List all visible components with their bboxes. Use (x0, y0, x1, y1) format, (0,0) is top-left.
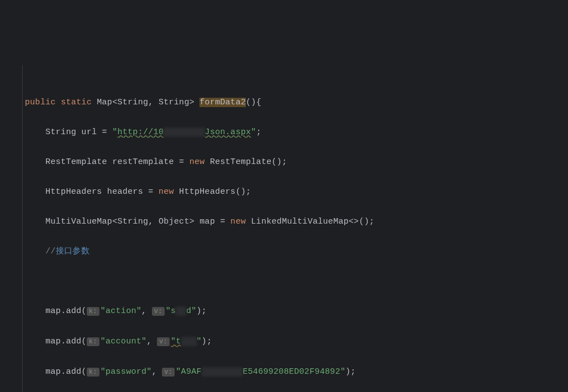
code-line: map.add(k:"account", v:"tXXX"); (25, 334, 568, 349)
string-literal: " (251, 128, 256, 137)
param-hint-k: k: (87, 337, 99, 346)
string-literal: "password" (101, 367, 152, 377)
keyword-new: new (230, 217, 246, 226)
constructor: LinkedMultiValueMap<>() (246, 217, 369, 226)
variable: restTemplate (112, 157, 174, 167)
method-call: .add( (61, 367, 87, 377)
code-line: RestTemplate restTemplate = new RestTemp… (25, 155, 568, 169)
semicolon: ; (369, 217, 374, 226)
param-hint-v: v: (157, 337, 170, 346)
code-editor-area[interactable]: public static Map<String, String> formDa… (11, 65, 568, 392)
type: Object (159, 217, 190, 226)
variable: map (45, 337, 61, 346)
type: String (159, 98, 190, 107)
string-literal: "A9AF (176, 367, 202, 377)
type: HttpHeaders (45, 187, 102, 197)
redacted-text: XXX (181, 337, 197, 346)
redacted-text: XXXXXXXX (202, 367, 243, 377)
method-call: .add( (61, 306, 87, 316)
type: String (117, 217, 148, 226)
semicolon: ; (246, 187, 251, 197)
variable: url (81, 128, 97, 137)
parens: (){ (246, 98, 261, 107)
variable: map (199, 217, 215, 226)
constructor: HttpHeaders() (174, 187, 246, 197)
code-line: //接口参数 (25, 244, 568, 259)
variable: headers (107, 187, 143, 197)
string-literal: "action" (101, 306, 141, 316)
url-string: Json.aspx (205, 128, 251, 137)
type: String (117, 98, 148, 107)
code-line: public static Map<String, String> formDa… (25, 95, 568, 110)
keyword-new: new (190, 157, 205, 167)
param-hint-v: v: (162, 368, 175, 377)
method-name-highlighted: formData2 (199, 98, 246, 107)
string-literal: d" (186, 306, 197, 316)
string-literal: "account" (101, 337, 147, 346)
semicolon: ; (256, 128, 261, 137)
constructor: RestTemplate() (205, 157, 282, 167)
code-line: map.add(k:"password", v:"A9AFXXXXXXXXE54… (25, 364, 568, 380)
semicolon: ; (351, 367, 356, 377)
comment-marker: // (45, 247, 56, 256)
semicolon: ; (202, 306, 207, 316)
code-line: MultiValueMap<String, Object> map = new … (25, 214, 568, 229)
comment-text: 接口参数 (56, 247, 90, 256)
method-call: .add( (61, 337, 87, 346)
string-literal: E54699208ED02F94892" (243, 367, 345, 377)
variable: map (45, 367, 61, 377)
string-literal: "t (171, 337, 181, 346)
string-literal: " (197, 337, 202, 346)
variable: map (45, 306, 61, 316)
code-line: String url = "http://10XXXXXXXXJson.aspx… (25, 125, 568, 140)
code-line: map.add(k:"action", v:"sXXd"); (25, 304, 568, 319)
type: Map (97, 98, 112, 107)
semicolon: ; (207, 337, 212, 346)
keyword-public: public (25, 98, 56, 107)
keyword-new: new (159, 187, 174, 197)
code-line: HttpHeaders headers = new HttpHeaders(); (25, 184, 568, 199)
redacted-text: XX (176, 306, 186, 316)
param-hint-k: k: (87, 368, 99, 377)
param-hint-v: v: (152, 307, 165, 316)
semicolon: ; (282, 157, 287, 167)
keyword-static: static (61, 98, 92, 107)
type: String (45, 128, 76, 137)
type: MultiValueMap (45, 217, 112, 226)
indent-guide (22, 65, 23, 392)
type: RestTemplate (45, 157, 107, 167)
redacted-text: XXXXXXXX (164, 128, 204, 137)
code-line-empty (25, 274, 568, 289)
param-hint-k: k: (87, 307, 99, 316)
url-string: http://10 (117, 128, 164, 137)
string-literal: "s (166, 306, 176, 316)
